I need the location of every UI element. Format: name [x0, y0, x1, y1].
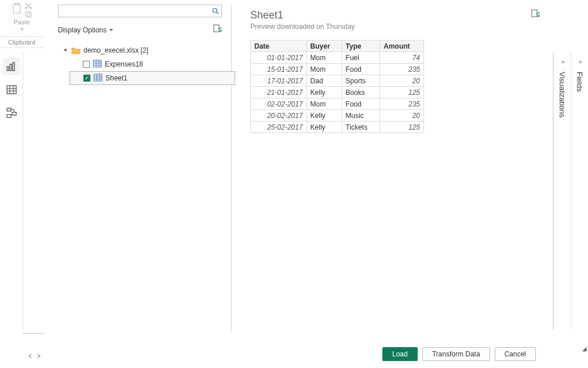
copy-icon	[24, 11, 32, 18]
expand-icon: «	[561, 58, 563, 65]
cell-type: Books	[342, 87, 380, 98]
table-icon	[93, 60, 102, 69]
cell-amount: 74	[380, 52, 424, 64]
page-nav[interactable]	[26, 352, 43, 360]
preview-subtitle: Preview downloaded on Thursday	[250, 23, 355, 31]
preview-table: DateBuyerTypeAmount 01-01-2017MomFuel741…	[250, 40, 424, 133]
table-row: 15-01-2017MomFood235	[251, 64, 424, 75]
paste-label: Paste	[0, 19, 43, 25]
tree-root-node[interactable]: demo_execel.xlsx [2]	[58, 43, 224, 57]
transform-data-button[interactable]: Transform Data	[422, 347, 490, 361]
cell-type: Tickets	[342, 122, 380, 133]
data-view-icon[interactable]	[3, 81, 20, 98]
svg-rect-32	[532, 10, 537, 17]
cell-buyer: Mom	[306, 52, 342, 64]
tree-item-label: Expenses18	[105, 60, 143, 68]
cell-type: Music	[342, 110, 380, 122]
cell-date: 15-01-2017	[251, 64, 307, 75]
svg-rect-6	[7, 67, 9, 71]
table-row: 21-01-2017KellyBooks125	[251, 87, 424, 98]
column-header[interactable]: Date	[251, 41, 307, 52]
cell-buyer: Kelly	[306, 110, 342, 122]
cancel-button[interactable]: Cancel	[495, 347, 536, 361]
svg-point-3	[30, 7, 31, 9]
table-row: 02-02-2017MomFood235	[251, 98, 424, 110]
view-switcher	[0, 52, 23, 330]
table-icon	[93, 73, 103, 83]
resize-handle-icon: ◢	[582, 345, 587, 352]
visualizations-label: Visualizations	[558, 72, 567, 117]
svg-point-2	[25, 7, 27, 9]
svg-rect-16	[7, 115, 11, 117]
cell-amount: 125	[380, 122, 424, 133]
navigator-tree: demo_execel.xlsx [2] Expenses18Sheet1	[58, 43, 224, 85]
tree-item[interactable]: Expenses18	[70, 57, 224, 71]
column-header[interactable]: Amount	[380, 41, 424, 52]
cell-amount: 20	[380, 75, 424, 87]
ribbon-clipboard-group: Paste Clipboard	[0, 0, 43, 48]
chevron-down-icon	[109, 28, 114, 32]
cell-type: Food	[342, 98, 380, 110]
table-row: 01-01-2017MomFuel74	[251, 52, 424, 64]
cell-type: Fuel	[342, 52, 380, 64]
svg-point-17	[213, 9, 217, 13]
svg-rect-7	[10, 64, 12, 71]
cell-amount: 235	[380, 98, 424, 110]
checkbox[interactable]	[83, 75, 90, 82]
refresh-button[interactable]	[213, 24, 222, 35]
load-button[interactable]: Load	[382, 347, 418, 361]
column-header[interactable]: Type	[342, 41, 380, 52]
preview-title: Sheet1	[250, 9, 355, 21]
cell-date: 17-01-2017	[251, 75, 307, 87]
dialog-buttons: Load Transform Data Cancel	[382, 347, 536, 361]
display-options-label: Display Options	[58, 26, 107, 34]
right-panes: « Visualizations « Fields	[553, 52, 588, 330]
file-icon	[71, 46, 81, 54]
svg-rect-8	[13, 62, 14, 71]
tree-item[interactable]: Sheet1	[70, 71, 235, 85]
checkbox[interactable]	[83, 61, 90, 68]
cell-buyer: Dad	[306, 75, 342, 87]
cell-amount: 20	[380, 110, 424, 122]
cell-date: 21-01-2017	[251, 87, 307, 98]
search-field[interactable]	[61, 6, 212, 16]
search-icon	[212, 8, 219, 14]
search-input[interactable]	[58, 5, 222, 17]
cell-amount: 235	[380, 64, 424, 75]
svg-rect-19	[214, 25, 219, 32]
cell-buyer: Mom	[306, 64, 342, 75]
clipboard-group-label: Clipboard	[0, 36, 43, 47]
preview-panel: Sheet1 Preview downloaded on Thursday Da…	[250, 9, 540, 133]
paste-icon	[12, 2, 22, 15]
table-row: 25-02-2017KellyTickets125	[251, 122, 424, 133]
collapse-icon[interactable]	[63, 48, 68, 53]
tree-item-label: Sheet1	[105, 74, 127, 82]
preview-refresh-button[interactable]	[531, 9, 540, 20]
fields-label: Fields	[575, 72, 584, 92]
paste-button[interactable]: Paste	[0, 0, 43, 34]
cell-date: 20-02-2017	[251, 110, 307, 122]
cell-buyer: Mom	[306, 98, 342, 110]
visualizations-pane[interactable]: « Visualizations	[553, 52, 571, 330]
cell-date: 01-01-2017	[251, 52, 307, 64]
svg-line-18	[217, 12, 218, 14]
cut-icon	[24, 2, 32, 9]
cell-date: 25-02-2017	[251, 122, 307, 133]
expand-icon: «	[579, 58, 580, 65]
table-row: 20-02-2017KellyMusic20	[251, 110, 424, 122]
paste-dropdown-icon[interactable]	[20, 27, 24, 32]
svg-rect-14	[7, 108, 11, 111]
next-page-icon[interactable]	[35, 352, 42, 359]
table-row: 17-01-2017DadSports20	[251, 75, 424, 87]
display-options-dropdown[interactable]: Display Options	[58, 26, 114, 34]
model-view-icon[interactable]	[3, 104, 20, 122]
navigator-panel: Display Options demo_execel.xlsx [2] Exp…	[58, 5, 232, 332]
column-header[interactable]: Buyer	[306, 41, 342, 52]
fields-pane[interactable]: « Fields	[571, 52, 588, 330]
report-view-icon[interactable]	[3, 58, 20, 75]
page-divider	[23, 333, 44, 338]
cell-buyer: Kelly	[306, 122, 342, 133]
prev-page-icon[interactable]	[26, 352, 34, 359]
svg-rect-9	[7, 86, 16, 94]
tree-root-label: demo_execel.xlsx [2]	[83, 46, 148, 54]
